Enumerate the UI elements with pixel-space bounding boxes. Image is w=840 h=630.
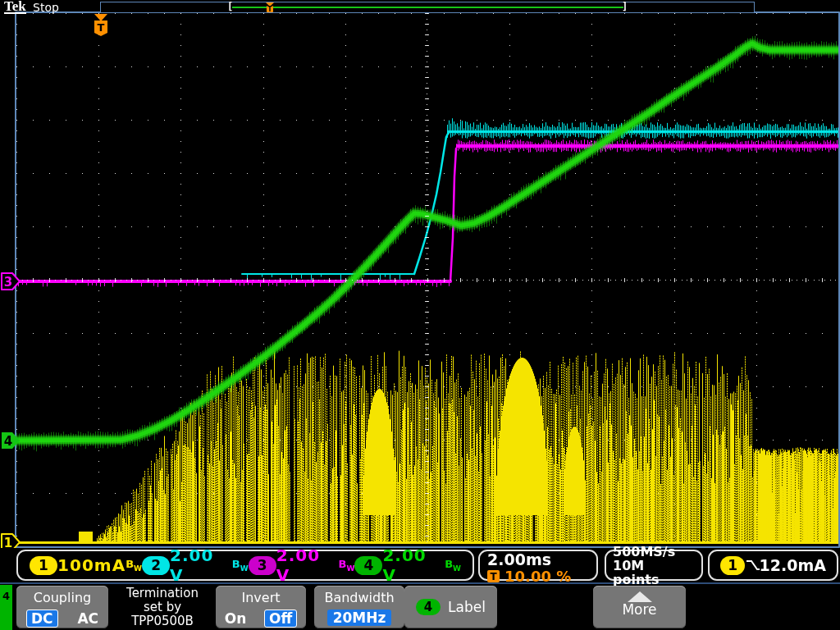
channel-3-badge[interactable]: 3 <box>249 556 276 575</box>
record-length: 10M points <box>613 559 695 587</box>
invert-option-off[interactable]: Off <box>264 609 297 628</box>
coupling-option-ac[interactable]: AC <box>77 610 98 627</box>
sample-rate: 500MS/s <box>613 545 695 559</box>
acquisition-readout-box[interactable]: 500MS/s 10M points <box>605 550 703 581</box>
coupling-option-dc[interactable]: DC <box>26 609 58 628</box>
falling-edge-icon <box>745 559 759 572</box>
timebase-scale: 2.00ms <box>487 552 589 568</box>
trigger-position-value: 10.00 % <box>504 568 571 585</box>
waveform-display <box>0 0 840 548</box>
timebase-readout-box[interactable]: 2.00ms T 10.00 % <box>478 550 598 581</box>
termination-line1: Termination <box>113 587 212 600</box>
trigger-level-value: 12.0mA <box>760 556 826 574</box>
termination-line3: TPP0500B <box>113 614 212 628</box>
record-window-line <box>232 7 623 8</box>
record-trigger-position-icon[interactable]: T <box>265 2 275 13</box>
channel-1-scale: 100mA <box>57 555 126 575</box>
invert-button[interactable]: Invert On Off <box>216 586 306 628</box>
acquisition-status: Stop <box>33 1 59 14</box>
termination-info: Termination set by TPP0500B <box>113 585 212 628</box>
channel-2-bandwidth-limit-indicator: BW <box>232 558 249 573</box>
bandwidth-title: Bandwidth <box>314 590 404 605</box>
invert-title: Invert <box>216 590 306 605</box>
channel-2-badge[interactable]: 2 <box>142 556 170 575</box>
termination-line2: set by <box>113 600 212 614</box>
bandwidth-value[interactable]: 20MHz <box>327 609 392 626</box>
record-window-close-bracket: ] <box>622 2 628 12</box>
tek-logo: Tek <box>4 0 26 14</box>
trigger-readout-box[interactable]: 1 12.0mA <box>708 550 838 581</box>
coupling-title: Coupling <box>16 590 108 605</box>
channel-3-bandwidth-limit-indicator: BW <box>339 558 355 573</box>
more-button[interactable]: More <box>593 586 686 628</box>
channel-1-bandwidth-limit-indicator: BW <box>126 558 142 573</box>
channel-4-tab[interactable]: 4 <box>0 585 12 630</box>
record-view-bar[interactable]: [ ] T <box>100 2 755 13</box>
channel-1-badge[interactable]: 1 <box>30 556 57 575</box>
channel-readouts-box[interactable]: 1100mABW22.00 VBW32.00 VBW42.00 VBW <box>16 550 474 581</box>
coupling-button[interactable]: Coupling DC AC <box>16 586 108 628</box>
channel-3-scale: 2.00 V <box>276 546 339 585</box>
channel-4-scale: 2.00 V <box>382 546 445 585</box>
channel-4-bandwidth-limit-indicator: BW <box>445 558 461 573</box>
channel-2-scale: 2.00 V <box>170 546 232 585</box>
menu-bar: 4 Coupling DC AC Termination set by TPP0… <box>0 585 840 630</box>
bandwidth-button[interactable]: Bandwidth 20MHz <box>314 586 404 628</box>
label-button[interactable]: 4 Label <box>404 586 497 628</box>
label-title: Label <box>448 599 486 615</box>
trigger-source-badge: 1 <box>720 556 745 575</box>
label-channel-badge: 4 <box>416 599 441 615</box>
invert-option-on[interactable]: On <box>225 610 247 627</box>
record-window-open-bracket: [ <box>227 2 233 12</box>
channel-4-badge[interactable]: 4 <box>354 556 382 575</box>
trigger-position-icon: T <box>487 570 500 582</box>
header: Tek Stop [ ] T <box>0 0 840 13</box>
svg-text:T: T <box>267 6 272 13</box>
status-bar: 1100mABW22.00 VBW32.00 VBW42.00 VBW 2.00… <box>0 548 840 584</box>
more-title: More <box>593 601 686 618</box>
